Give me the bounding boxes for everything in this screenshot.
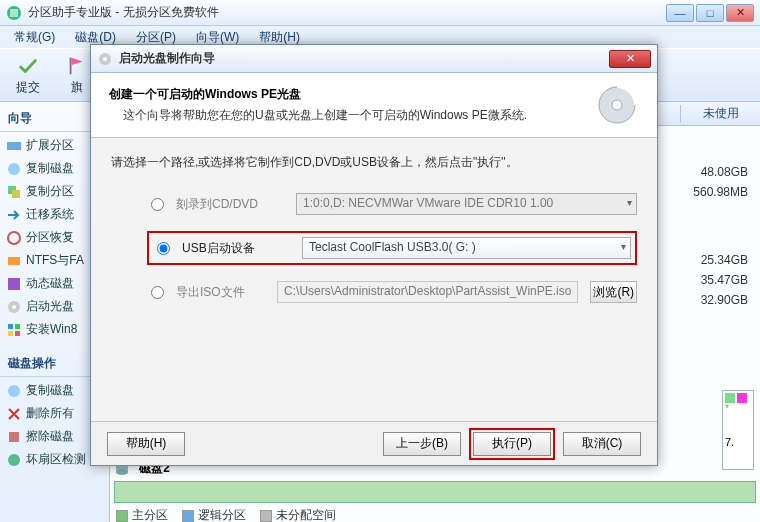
wizard-dialog: 启动光盘制作向导 ✕ 创建一个可启动的Windows PE光盘 这个向导将帮助您… (90, 44, 658, 466)
ntfs-icon (6, 253, 22, 269)
cd-icon (6, 299, 22, 315)
usb-combo[interactable]: Teclast CoolFlash USB3.0( G: ) ▾ (302, 237, 631, 259)
radio-burn-label: 刻录到CD/DVD (176, 196, 284, 213)
help-button[interactable]: 帮助(H) (107, 432, 185, 456)
browse-label: 浏览(R) (593, 284, 634, 301)
chevron-down-icon: ▾ (627, 197, 632, 208)
submit-label: 提交 (16, 79, 40, 96)
svg-point-23 (103, 57, 107, 61)
back-label: 上一步(B) (396, 435, 448, 452)
svg-point-18 (8, 454, 20, 466)
cancel-label: 取消(C) (582, 435, 623, 452)
option-iso-row: 导出ISO文件 C:\Users\Administrator\Desktop\P… (111, 281, 637, 303)
legend-row: 主分区 逻辑分区 未分配空间 (114, 503, 756, 522)
svg-rect-2 (70, 57, 72, 74)
sidebar-item-label: 安装Win8 (26, 321, 77, 338)
radio-iso[interactable] (151, 286, 164, 299)
svg-rect-8 (8, 257, 20, 265)
disk-bar: 磁盘2 主分区 逻辑分区 未分配空间 (114, 458, 756, 518)
wizard-titlebar: 启动光盘制作向导 ✕ (91, 45, 657, 73)
svg-rect-1 (10, 9, 18, 17)
cancel-button[interactable]: 取消(C) (563, 432, 641, 456)
sidebar-item-label: 复制分区 (26, 183, 74, 200)
minimize-button[interactable]: — (666, 4, 694, 22)
maximize-button[interactable]: □ (696, 4, 724, 22)
legend-unalloc: 未分配空间 (276, 508, 336, 522)
window-title: 分区助手专业版 - 无损分区免费软件 (28, 4, 666, 21)
sidebar-item-label: 擦除磁盘 (26, 428, 74, 445)
wipe-icon (6, 429, 22, 445)
back-button[interactable]: 上一步(B) (383, 432, 461, 456)
svg-point-7 (8, 232, 20, 244)
sidebar-item-label: 扩展分区 (26, 137, 74, 154)
main-window: 分区助手专业版 - 无损分区免费软件 — □ ✕ 常规(G) 磁盘(D) 分区(… (0, 0, 760, 522)
svg-point-4 (8, 163, 20, 175)
submit-button[interactable]: 提交 (8, 51, 48, 100)
svg-rect-9 (8, 278, 20, 290)
migrate-icon (6, 207, 22, 223)
flag-icon (66, 55, 88, 77)
svg-rect-12 (8, 324, 13, 329)
svg-point-16 (8, 385, 20, 397)
titlebar: 分区助手专业版 - 无损分区免费软件 — □ ✕ (0, 0, 760, 26)
option-burn-row: 刻录到CD/DVD 1:0:0,D: NECVMWar VMware IDE C… (111, 193, 637, 215)
wizard-subheading: 这个向导将帮助您在您的U盘或光盘上创建一个可启动的Windows PE微系统. (123, 107, 585, 124)
sidebar-item-label: 分区恢复 (26, 229, 74, 246)
sidebar-item-label: 迁移系统 (26, 206, 74, 223)
sidebar-item-label: 动态磁盘 (26, 275, 74, 292)
svg-point-11 (12, 305, 16, 309)
copy-disk-icon (6, 161, 22, 177)
tile-val: 7. (725, 436, 751, 448)
recover-icon (6, 230, 22, 246)
svg-point-25 (612, 100, 622, 110)
svg-rect-3 (7, 142, 21, 150)
svg-rect-17 (9, 432, 19, 442)
usb-combo-value: Teclast CoolFlash USB3.0( G: ) (309, 240, 476, 254)
copy-part-icon (6, 184, 22, 200)
wizard-close-button[interactable]: ✕ (609, 50, 651, 68)
sidebar-item-label: 启动光盘 (26, 298, 74, 315)
legend-logical: 逻辑分区 (198, 508, 246, 522)
checkmark-icon (17, 55, 39, 77)
wizard-footer: 帮助(H) 上一步(B) 执行(P) 取消(C) (91, 421, 657, 465)
col-unused: 未使用 (680, 105, 760, 122)
tile-star: * (725, 403, 751, 414)
legend-primary: 主分区 (132, 508, 168, 522)
execute-label: 执行(P) (492, 435, 532, 452)
toolbar-other-label: 旗 (71, 79, 83, 96)
instruction-text: 请选择一个路径,或选择将它制作到CD,DVD或USB设备上，然后点击"执行"。 (111, 154, 637, 171)
disk-strip[interactable] (114, 481, 756, 503)
sidebar-item-label: 复制磁盘 (26, 160, 74, 177)
app-icon (6, 5, 22, 21)
help-label: 帮助(H) (126, 435, 167, 452)
execute-button[interactable]: 执行(P) (473, 432, 551, 456)
delete-icon (6, 406, 22, 422)
legend-logical-swatch (182, 510, 194, 522)
legend-unalloc-swatch (260, 510, 272, 522)
usb-highlight-box: USB启动设备 Teclast CoolFlash USB3.0( G: ) ▾ (147, 231, 637, 265)
chevron-down-icon: ▾ (621, 241, 626, 252)
win-icon (6, 322, 22, 338)
iso-path-input[interactable]: C:\Users\Administrator\Desktop\PartAssis… (277, 281, 578, 303)
window-controls: — □ ✕ (666, 4, 754, 22)
burn-combo[interactable]: 1:0:0,D: NECVMWar VMware IDE CDR10 1.00 … (296, 193, 637, 215)
close-button[interactable]: ✕ (726, 4, 754, 22)
wizard-body: 请选择一个路径,或选择将它制作到CD,DVD或USB设备上，然后点击"执行"。 … (91, 138, 657, 329)
menu-general[interactable]: 常规(G) (6, 27, 63, 48)
browse-button[interactable]: 浏览(R) (590, 281, 637, 303)
radio-burn[interactable] (151, 198, 164, 211)
sidebar-item-label: 复制磁盘 (26, 382, 74, 399)
extend-icon (6, 138, 22, 154)
legend-primary-swatch (116, 510, 128, 522)
burn-combo-value: 1:0:0,D: NECVMWar VMware IDE CDR10 1.00 (303, 196, 553, 210)
option-usb-row: USB启动设备 Teclast CoolFlash USB3.0( G: ) ▾ (153, 237, 631, 259)
wizard-header: 创建一个可启动的Windows PE光盘 这个向导将帮助您在您的U盘或光盘上创建… (91, 73, 657, 138)
copy-disk-icon (6, 383, 22, 399)
svg-rect-6 (12, 190, 20, 198)
wizard-icon (97, 51, 113, 67)
svg-rect-13 (15, 324, 20, 329)
wizard-heading: 创建一个可启动的Windows PE光盘 (109, 86, 585, 103)
svg-rect-14 (8, 331, 13, 336)
dynamic-icon (6, 276, 22, 292)
radio-usb[interactable] (157, 242, 170, 255)
